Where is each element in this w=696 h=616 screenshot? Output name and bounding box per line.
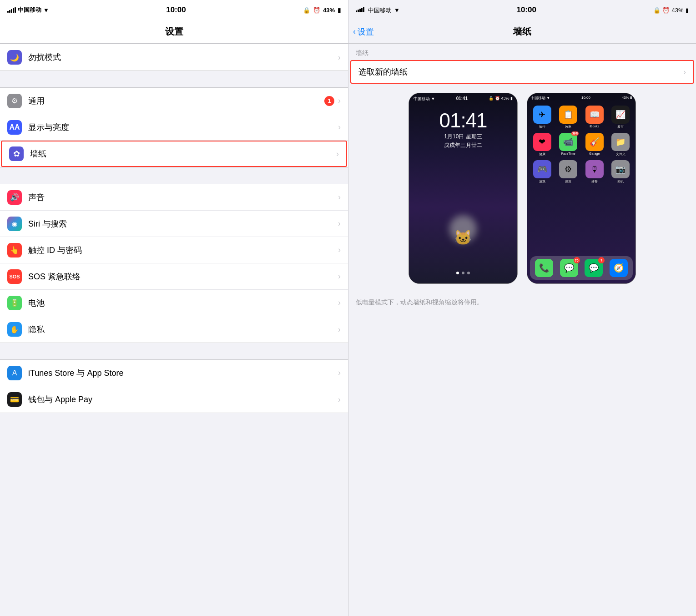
right-lock-icon: 🔒	[653, 7, 661, 14]
left-carrier: 中国移动 ▼	[7, 6, 49, 14]
right-wifi-icon: ▼	[394, 7, 400, 14]
itunes-label: iTunes Store 与 App Store	[28, 368, 338, 379]
sos-label: SOS 紧急联络	[28, 271, 338, 282]
battery-label: 电池	[28, 298, 338, 308]
settings-item-sos[interactable]: SOS SOS 紧急联络 ›	[0, 263, 348, 290]
display-chevron: ›	[338, 122, 341, 132]
home-screen-preview[interactable]: 中国移动 ▼ 10:00 43% ▮ ✈ 旅行 📋 效率	[527, 93, 636, 284]
app-health[interactable]: ❤ 健康	[531, 133, 554, 157]
wallpaper-icon: ✿	[9, 146, 24, 161]
app-garage[interactable]: 🎸 Garage	[583, 133, 606, 157]
wallpaper-previews: 中国移动 ▼ 01:41 🔒 ⏰ 43% ▮ 01:41 1月10日 星期三 戊…	[348, 84, 696, 293]
select-wallpaper-chevron: ›	[683, 67, 686, 77]
settings-item-privacy[interactable]: ✋ 隐私 ›	[0, 316, 348, 343]
lock-dots	[456, 272, 470, 274]
home-dock: 📞 💬 70 💬 7 🧭	[530, 256, 633, 280]
lock-screen-preview[interactable]: 中国移动 ▼ 01:41 🔒 ⏰ 43% ▮ 01:41 1月10日 星期三 戊…	[409, 93, 518, 284]
dnd-icon: 🌙	[7, 50, 22, 65]
siri-label: Siri 与搜索	[28, 218, 338, 229]
back-chevron-icon: ‹	[353, 27, 356, 36]
back-button[interactable]: ‹ 设置	[353, 26, 374, 37]
alarm-icon: ⏰	[313, 7, 320, 14]
back-label: 设置	[358, 26, 374, 37]
lock-subdate: 戊戌年三月廿二	[444, 141, 482, 149]
battery-chevron: ›	[338, 298, 341, 308]
general-badge: 1	[324, 96, 334, 106]
select-wallpaper-row[interactable]: 选取新的墙纸 ›	[350, 60, 694, 84]
right-nav-bar: ‹ 设置 墙纸	[348, 20, 696, 44]
dock-phone[interactable]: 📞	[535, 259, 553, 277]
sounds-label: 声音	[28, 192, 338, 203]
settings-item-general[interactable]: ⚙ 通用 1 ›	[0, 88, 348, 114]
dock-messages[interactable]: 💬 70	[560, 259, 578, 277]
general-icon: ⚙	[7, 94, 22, 108]
app-settings[interactable]: ⚙ 设置	[557, 160, 580, 184]
left-title: 设置	[165, 25, 183, 38]
lock-icon: 🔒	[303, 7, 310, 14]
wallpaper-section-label: 墙纸	[348, 44, 696, 60]
right-panel: 中国移动 ▼ 10:00 🔒 ⏰ 43% ▮ ‹ 设置 墙纸 墙纸 选取新的墙纸…	[348, 0, 696, 616]
lock-screen-status: 中国移动 ▼ 01:41 🔒 ⏰ 43% ▮	[409, 93, 517, 105]
app-files[interactable]: 📁 文件夹	[610, 133, 632, 157]
right-content: 墙纸 选取新的墙纸 › 中国移动 ▼ 01:41 🔒 ⏰ 43% ▮ 0	[348, 44, 696, 616]
lock-time: 01:41	[439, 109, 487, 132]
lock-date: 1月10日 星期三	[444, 133, 482, 141]
battery-icon: ▮	[338, 7, 341, 14]
app-facetime[interactable]: 📹 通话 FaceTime	[557, 133, 580, 157]
app-games[interactable]: 🎮 游戏	[531, 160, 554, 184]
wallet-chevron: ›	[338, 395, 341, 404]
section-group-3: 🔊 声音 › ◉ Siri 与搜索 › 👆 触控 ID 与密码 ›	[0, 184, 348, 343]
select-wallpaper-label: 选取新的墙纸	[358, 66, 408, 77]
itunes-chevron: ›	[338, 368, 341, 378]
privacy-label: 隐私	[28, 324, 338, 335]
wifi-icon: ▼	[43, 7, 49, 14]
cat-image: 🐱	[445, 215, 481, 261]
settings-item-display[interactable]: AA 显示与亮度 ›	[0, 114, 348, 141]
touchid-chevron: ›	[338, 245, 341, 255]
dock-safari[interactable]: 🧭	[610, 259, 628, 277]
right-alarm-icon: ⏰	[662, 7, 670, 14]
wallpaper-note: 低电量模式下，动态墙纸和视角缩放将停用。	[348, 293, 696, 312]
dock-wechat[interactable]: 💬 7	[585, 259, 603, 277]
itunes-icon: A	[7, 366, 22, 380]
settings-item-itunes[interactable]: A iTunes Store 与 App Store ›	[0, 360, 348, 386]
settings-item-dnd[interactable]: 🌙 勿扰模式 ›	[0, 44, 348, 71]
settings-item-wallpaper[interactable]: ✿ 墙纸 ›	[1, 141, 347, 167]
app-travel[interactable]: ✈ 旅行	[531, 106, 554, 129]
settings-item-battery[interactable]: 🔋 电池 ›	[0, 290, 348, 316]
general-label: 通用	[28, 96, 324, 106]
touchid-icon: 👆	[7, 243, 22, 258]
sos-icon: SOS	[7, 269, 22, 284]
wallpaper-label: 墙纸	[30, 148, 336, 159]
app-podcasts[interactable]: 🎙 播客	[583, 160, 606, 184]
wallpaper-chevron: ›	[336, 149, 339, 159]
sounds-chevron: ›	[338, 192, 341, 202]
display-icon: AA	[7, 120, 22, 135]
page-title: 墙纸	[513, 25, 531, 38]
section-group-4: A iTunes Store 与 App Store › 💳 钱包与 Apple…	[0, 359, 348, 413]
settings-item-siri[interactable]: ◉ Siri 与搜索 ›	[0, 211, 348, 237]
left-status-bar: 中国移动 ▼ 10:00 🔒 ⏰ 43% ▮	[0, 0, 348, 20]
right-status-bar: 中国移动 ▼ 10:00 🔒 ⏰ 43% ▮	[348, 0, 696, 20]
siri-icon: ◉	[7, 217, 22, 231]
sos-chevron: ›	[338, 272, 341, 281]
left-status-right: 🔒 ⏰ 43% ▮	[303, 7, 341, 14]
app-camera[interactable]: 📷 相机	[610, 160, 632, 184]
settings-item-touchid[interactable]: 👆 触控 ID 与密码 ›	[0, 237, 348, 263]
home-status: 中国移动 ▼ 10:00 43% ▮	[527, 93, 635, 103]
privacy-chevron: ›	[338, 325, 341, 334]
settings-item-wallet[interactable]: 💳 钱包与 Apple Pay ›	[0, 386, 348, 413]
right-status-right: 🔒 ⏰ 43% ▮	[653, 6, 689, 14]
app-stocks[interactable]: 📈 股市	[610, 106, 632, 129]
app-efficiency[interactable]: 📋 效率	[557, 106, 580, 129]
app-ibooks[interactable]: 📖 iBooks	[583, 106, 606, 129]
settings-list: 🌙 勿扰模式 › ⚙ 通用 1 › AA 显	[0, 44, 348, 616]
display-label: 显示与亮度	[28, 122, 338, 133]
sounds-icon: 🔊	[7, 190, 22, 205]
battery-icon-box: 🔋	[7, 296, 22, 310]
home-apps-grid: ✈ 旅行 📋 效率 📖 iBooks 📈	[527, 103, 635, 187]
general-chevron: ›	[338, 96, 341, 106]
left-nav-bar: 设置	[0, 20, 348, 44]
settings-item-sounds[interactable]: 🔊 声音 ›	[0, 184, 348, 211]
wallet-label: 钱包与 Apple Pay	[28, 394, 338, 405]
